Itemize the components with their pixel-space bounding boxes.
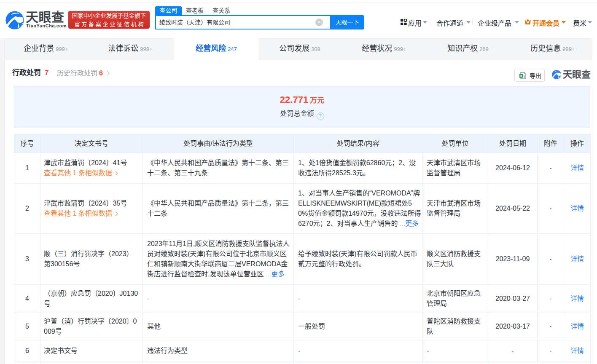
svg-text:X: X: [520, 74, 523, 78]
